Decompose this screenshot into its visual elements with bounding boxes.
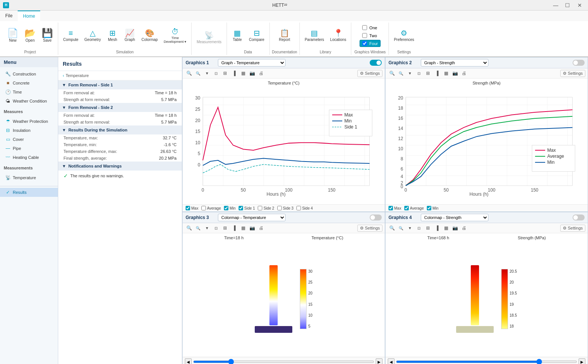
print-btn-3[interactable]: 🖨 xyxy=(257,224,265,232)
panel1-toggle-switch[interactable] xyxy=(370,60,382,66)
sidebar-item-insulation[interactable]: ⊟ Insulation xyxy=(0,126,58,135)
new-button[interactable]: 📄 New xyxy=(5,27,21,44)
settings-btn-3[interactable]: ⚙ Settings xyxy=(357,225,382,232)
graph-button[interactable]: 📈 Graph xyxy=(121,27,138,44)
check-max-1[interactable]: Max xyxy=(186,206,198,210)
zoom-in-btn-4[interactable]: 🔍 xyxy=(388,224,396,232)
gw-two-option[interactable]: Two xyxy=(360,32,379,39)
gw-one-option[interactable]: One xyxy=(360,24,380,31)
table-button[interactable]: ▦ Table xyxy=(229,27,246,44)
panel3-toggle-switch[interactable] xyxy=(370,214,382,221)
sidebar-item-concrete[interactable]: ■ Concrete xyxy=(0,79,58,88)
zoom-arrow-3[interactable]: ▾ xyxy=(203,224,211,232)
column-btn-1[interactable]: ▐ xyxy=(230,69,238,77)
panel1-toggle[interactable] xyxy=(370,60,382,66)
close-button[interactable]: ✕ xyxy=(574,1,585,9)
timeline-slider-4[interactable] xyxy=(396,361,577,363)
grid-btn-4[interactable]: ⊞ xyxy=(424,224,432,232)
check-side4-1[interactable]: Side 4 xyxy=(296,206,313,210)
zoom-arrow-4[interactable]: ▾ xyxy=(406,224,414,232)
zoom-arrow-1[interactable]: ▾ xyxy=(203,69,211,77)
preferences-button[interactable]: ⚙ Preferences xyxy=(391,27,417,44)
timeline-next-3[interactable]: ▶ xyxy=(376,358,382,364)
notifications-header[interactable]: ▼ Notifications and Warnings xyxy=(58,162,182,171)
timeline-prev-3[interactable]: ◀ xyxy=(185,358,192,364)
save-button[interactable]: 💾 Save xyxy=(39,27,56,44)
colormap-button[interactable]: 🎨 Colormap xyxy=(139,27,160,44)
panel1-dropdown[interactable]: Graph - Temperature xyxy=(218,59,286,66)
gw-two-checkbox[interactable] xyxy=(362,33,367,38)
print-btn-2[interactable]: 🖨 xyxy=(460,69,468,77)
grid-btn-1[interactable]: ⊞ xyxy=(221,69,229,77)
sidebar-item-cover[interactable]: ▭ Cover xyxy=(0,135,58,144)
maximize-button[interactable]: ☐ xyxy=(562,1,573,9)
sidebar-item-time[interactable]: 🕐 Time xyxy=(0,88,58,97)
compute-button[interactable]: ≡ Compute xyxy=(60,27,81,44)
checkbox-side3-1[interactable] xyxy=(277,206,282,210)
gw-one-checkbox[interactable] xyxy=(362,25,367,30)
parameters-button[interactable]: ▤ Parameters xyxy=(302,27,327,44)
zoom-in-btn-1[interactable]: 🔍 xyxy=(185,69,193,77)
mesh-button[interactable]: ⊞ Mesh xyxy=(104,27,121,44)
check-max-2[interactable]: Max xyxy=(388,206,401,210)
panel4-toggle[interactable] xyxy=(573,214,585,221)
camera-btn-3[interactable]: 📷 xyxy=(248,224,256,232)
camera-btn-4[interactable]: 📷 xyxy=(451,224,459,232)
column-btn-3[interactable]: ▐ xyxy=(230,224,238,232)
panel3-toggle[interactable] xyxy=(370,214,382,221)
zoom-in-btn-2[interactable]: 🔍 xyxy=(388,69,396,77)
column-btn-4[interactable]: ▐ xyxy=(433,224,441,232)
sidebar-item-pipe[interactable]: — Pipe xyxy=(0,144,58,153)
checkbox-min-1[interactable] xyxy=(224,206,228,210)
form-removal-side1-header[interactable]: ▼ Form Removal - Side 1 xyxy=(58,80,182,89)
check-side1-1[interactable]: Side 1 xyxy=(239,206,255,210)
checkbox-side1-1[interactable] xyxy=(239,206,243,210)
table-btn-4[interactable]: ▦ xyxy=(442,224,450,232)
sidebar-item-weather-condition[interactable]: 🌤 Weather Condition xyxy=(0,97,58,106)
table-btn-3[interactable]: ▦ xyxy=(239,224,247,232)
timeline-slider-3[interactable] xyxy=(193,361,374,363)
panel2-toggle-switch[interactable] xyxy=(573,60,585,66)
gw-four-checkbox[interactable] xyxy=(362,41,367,46)
check-side2-1[interactable]: Side 2 xyxy=(258,206,274,210)
print-btn-1[interactable]: 🖨 xyxy=(257,69,265,77)
gw-four-option[interactable]: Four xyxy=(360,40,381,47)
report-button[interactable]: 📋 Report xyxy=(276,27,293,44)
sidebar-item-weather-protection[interactable]: ☂ Weather Protection xyxy=(0,117,58,126)
settings-btn-1[interactable]: ⚙ Settings xyxy=(357,70,382,77)
fit-btn-4[interactable]: ⊡ xyxy=(415,224,423,232)
checkbox-side2-1[interactable] xyxy=(258,206,262,210)
settings-btn-2[interactable]: ⚙ Settings xyxy=(560,70,585,77)
print-btn-4[interactable]: 🖨 xyxy=(460,224,468,232)
panel4-toggle-switch[interactable] xyxy=(573,214,585,221)
zoom-arrow-2[interactable]: ▾ xyxy=(406,69,414,77)
panel4-dropdown[interactable]: Colormap - Strength xyxy=(421,214,488,221)
camera-btn-2[interactable]: 📷 xyxy=(451,69,459,77)
checkbox-min-2[interactable] xyxy=(427,206,431,210)
grid-btn-3[interactable]: ⊞ xyxy=(221,224,229,232)
camera-btn-1[interactable]: 📷 xyxy=(248,69,256,77)
time-development-button[interactable]: ⏱ Time Development ▾ xyxy=(161,26,189,45)
locations-button[interactable]: 📍 Locations xyxy=(328,27,349,44)
zoom-out-btn-3[interactable]: 🔍 xyxy=(194,224,202,232)
table-btn-2[interactable]: ▦ xyxy=(442,69,450,77)
compare-button[interactable]: ⊟ Compare xyxy=(246,27,267,44)
fit-btn-3[interactable]: ⊡ xyxy=(212,224,220,232)
fit-btn-1[interactable]: ⊡ xyxy=(212,69,220,77)
check-avg-1[interactable]: Average xyxy=(201,206,221,210)
sidebar-item-construction[interactable]: 🔧 Construction xyxy=(0,69,58,79)
zoom-out-btn-2[interactable]: 🔍 xyxy=(397,69,405,77)
form-removal-side2-header[interactable]: ▼ Form Removal - Side 2 xyxy=(58,103,182,112)
zoom-out-btn-1[interactable]: 🔍 xyxy=(194,69,202,77)
checkbox-max-1[interactable] xyxy=(186,206,190,210)
check-side3-1[interactable]: Side 3 xyxy=(277,206,293,210)
sidebar-item-results[interactable]: ✓ Results xyxy=(0,188,58,197)
check-min-2[interactable]: Min xyxy=(427,206,438,210)
timeline-next-4[interactable]: ▶ xyxy=(579,358,585,364)
results-during-simulation-header[interactable]: ▼ Results During the Simulation xyxy=(58,125,182,134)
grid-btn-2[interactable]: ⊞ xyxy=(424,69,432,77)
zoom-in-btn-3[interactable]: 🔍 xyxy=(185,224,193,232)
open-button[interactable]: 📂 Open xyxy=(22,27,38,44)
settings-btn-4[interactable]: ⚙ Settings xyxy=(560,225,585,232)
timeline-prev-4[interactable]: ◀ xyxy=(388,358,395,364)
